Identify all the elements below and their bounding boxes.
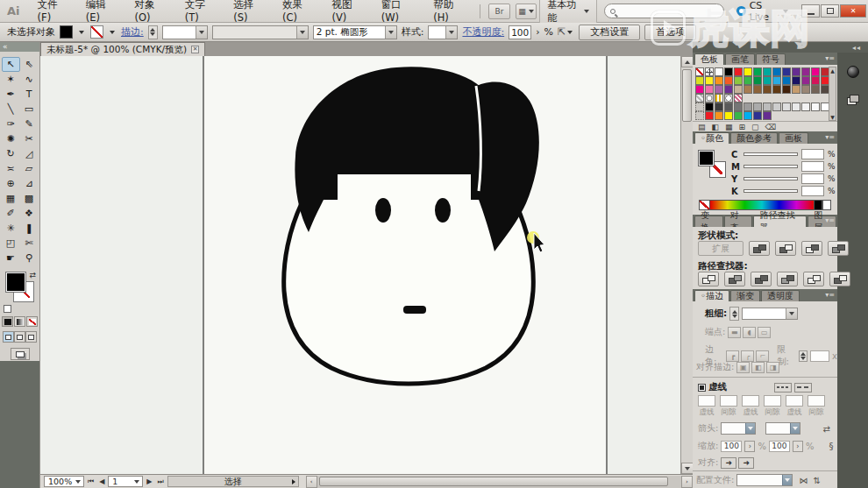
color-swatch[interactable] — [801, 76, 810, 85]
menu-item[interactable]: 对象(O) — [125, 0, 175, 23]
panel-tab[interactable]: 画笔 — [725, 53, 755, 65]
tool-pen[interactable]: ✒ — [2, 87, 20, 102]
panel-tab[interactable]: ◦描边 — [694, 290, 729, 301]
color-swatch[interactable] — [763, 85, 772, 94]
cap-button[interactable]: ▭ — [758, 327, 771, 338]
swatch-button-show-swatch-kinds[interactable]: ▦ — [725, 123, 733, 131]
color-swatch[interactable] — [811, 76, 820, 85]
corner-button[interactable]: ┏ — [726, 350, 739, 362]
tool-paintbrush[interactable]: ✑ — [2, 117, 20, 131]
color-swatch[interactable] — [705, 111, 714, 120]
color-swatch[interactable] — [763, 76, 772, 85]
opacity-link[interactable]: 不透明度: — [462, 25, 504, 39]
align-stroke-button[interactable]: ▣ — [736, 362, 750, 373]
brush-definition-combo[interactable]: 2 pt. 椭圆形 — [313, 25, 397, 39]
tool-scissors[interactable]: ✂ — [20, 131, 39, 146]
pathfinder-button-minus-back[interactable] — [829, 272, 850, 286]
tool-eyedropper[interactable]: ✐ — [2, 206, 20, 221]
color-swatch[interactable] — [695, 76, 704, 85]
opacity-field[interactable]: 100 — [509, 25, 531, 39]
shape-mode-button-intersect[interactable] — [801, 241, 822, 256]
color-swatch[interactable] — [734, 94, 743, 103]
tool-scale[interactable]: ◿ — [20, 146, 39, 161]
tool-line-segment[interactable]: ╲ — [2, 102, 20, 117]
channel-slider[interactable] — [743, 165, 798, 168]
pathfinder-button-divide[interactable] — [698, 272, 719, 286]
search-input[interactable] — [604, 4, 724, 18]
scroll-left-button[interactable]: ‹ — [306, 476, 317, 488]
panel-tab[interactable]: 色板 — [694, 53, 724, 65]
vertical-scrollbar[interactable] — [680, 56, 693, 474]
shape-mode-button-minus-front[interactable] — [775, 241, 796, 256]
color-swatch[interactable] — [724, 67, 733, 76]
swap-arrowheads-icon[interactable]: ⇄ — [822, 424, 829, 434]
dash-value-field[interactable] — [808, 395, 825, 407]
color-swatch[interactable] — [743, 103, 752, 111]
tool-free-transform[interactable]: ▱ — [20, 161, 39, 176]
color-swatch[interactable] — [705, 85, 714, 94]
panel-menu-icon[interactable]: ▾≡ — [825, 216, 835, 224]
menu-item[interactable]: 选择(S) — [224, 0, 274, 23]
cap-button[interactable]: ◖ — [743, 327, 756, 338]
color-swatch[interactable] — [772, 76, 781, 85]
panel-tab[interactable]: 路径查找器 — [753, 216, 807, 227]
color-swatch[interactable] — [715, 111, 723, 120]
tool-blob-brush[interactable]: ✺ — [2, 131, 20, 146]
channel-value-field[interactable] — [801, 173, 824, 184]
tool-shape-builder[interactable]: ⊕ — [2, 176, 20, 191]
color-swatch[interactable] — [724, 111, 733, 120]
color-proxy[interactable] — [699, 151, 725, 177]
tool-pencil[interactable]: ✎ — [20, 117, 39, 131]
channel-value-field[interactable] — [801, 161, 824, 172]
shape-mode-button-exclude[interactable] — [828, 241, 849, 256]
right-eye-shape[interactable] — [435, 198, 451, 223]
color-swatch[interactable] — [753, 111, 762, 120]
arrow-down-icon[interactable]: ▼ — [830, 114, 835, 120]
fill-stroke-proxy[interactable]: ⇄ — [0, 271, 39, 313]
panel-tab[interactable]: 渐变 — [730, 290, 760, 301]
pathfinder-button-merge[interactable] — [751, 272, 772, 286]
color-sphere-panel-button[interactable] — [842, 61, 864, 82]
menu-item[interactable]: 文字(T) — [176, 0, 225, 23]
dash-value-field[interactable] — [698, 395, 715, 407]
corner-button[interactable]: ⌐ — [756, 350, 769, 362]
color-swatch[interactable] — [801, 67, 810, 76]
color-swatch[interactable] — [743, 111, 752, 120]
close-document-icon[interactable]: ✕ — [191, 46, 199, 53]
align-stroke-button[interactable]: ◨ — [766, 362, 779, 373]
dash-value-field[interactable] — [720, 395, 737, 407]
color-swatch[interactable] — [801, 103, 810, 111]
swatch-button-new-swatch[interactable]: ▢ — [751, 123, 759, 131]
color-swatch[interactable] — [695, 103, 704, 111]
menu-item[interactable]: 编辑(E) — [77, 0, 126, 23]
panel-menu-icon[interactable]: ▾≡ — [825, 291, 835, 299]
draw-normal-button[interactable] — [3, 331, 14, 343]
color-mode-button[interactable] — [2, 316, 13, 327]
tool-rectangle[interactable]: ▭ — [20, 102, 39, 117]
none-mode-button[interactable] — [26, 316, 38, 327]
pathfinder-button-trim[interactable] — [724, 272, 745, 286]
tool-rotate[interactable]: ↻ — [2, 146, 20, 161]
stroke-weight-combo[interactable] — [162, 25, 208, 39]
menu-item[interactable]: 窗口(W) — [373, 0, 424, 23]
limit-stepper[interactable] — [799, 350, 808, 362]
restore-button[interactable] — [821, 4, 839, 18]
panel-tab[interactable]: 对齐 — [724, 216, 753, 227]
swatches-scrollbar[interactable]: ▲▼ — [829, 67, 836, 121]
width-profile-combo[interactable] — [212, 25, 309, 39]
color-swatch[interactable] — [753, 85, 762, 94]
scroll-up-button[interactable] — [681, 56, 694, 67]
swap-fill-stroke-icon[interactable]: ⇄ — [29, 271, 36, 279]
color-swatch[interactable] — [695, 94, 704, 103]
panel-tab[interactable]: 变换 — [694, 216, 723, 227]
tool-direct-selection[interactable]: ⇖ — [20, 57, 39, 72]
color-swatch[interactable] — [811, 67, 820, 76]
color-swatch[interactable] — [782, 76, 791, 85]
mouth-shape[interactable] — [403, 306, 426, 314]
dash-value-field[interactable] — [786, 395, 803, 407]
color-swatch[interactable] — [772, 85, 781, 94]
arrow-up-icon[interactable]: ▲ — [830, 67, 835, 74]
flip-profile-icon[interactable]: ⋈ — [799, 476, 808, 485]
swatch-button-kuler[interactable]: ◧ — [712, 123, 720, 131]
width-profile-combo[interactable] — [736, 474, 793, 486]
